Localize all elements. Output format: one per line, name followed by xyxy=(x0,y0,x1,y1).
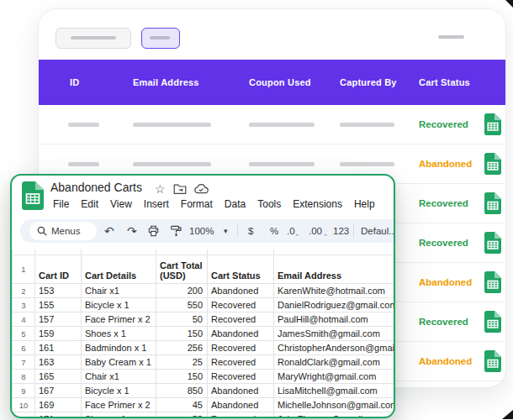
menu-item[interactable]: Insert xyxy=(138,198,175,210)
row-number[interactable]: 3 xyxy=(13,298,35,312)
menus-search[interactable]: Menus xyxy=(29,222,97,240)
cell-cart-status[interactable]: Abandoned xyxy=(208,284,274,298)
menu-item[interactable]: Data xyxy=(219,198,251,210)
number-format-button[interactable]: 123 xyxy=(333,226,349,236)
cell-cart-id[interactable]: 155 xyxy=(35,298,82,312)
google-sheets-icon[interactable] xyxy=(484,192,501,214)
increase-decimal-button[interactable]: .00→ xyxy=(309,226,328,237)
cell-cart-id[interactable]: 153 xyxy=(35,284,82,298)
cell-cart-status[interactable]: Abandoned xyxy=(208,398,274,412)
row-number[interactable]: 9 xyxy=(13,384,35,398)
cell-cart-status[interactable]: Recovered xyxy=(208,370,274,384)
menu-item[interactable]: Format xyxy=(175,198,219,210)
cell-cart-status[interactable]: Abandoned xyxy=(208,327,274,341)
row-number[interactable]: 1 xyxy=(13,255,35,284)
cell-cart-total[interactable]: 50 xyxy=(156,312,208,327)
document-title[interactable]: Abandoned Carts xyxy=(50,181,142,194)
row-number[interactable]: 4 xyxy=(13,312,35,327)
cell-cart-total[interactable]: 150 xyxy=(156,327,208,341)
cell-cart-details[interactable]: Bicycle x 1 xyxy=(82,298,156,312)
cell-cart-details[interactable]: Badmindon x 1 xyxy=(82,341,156,355)
cell-cart-details[interactable]: Baby Cream x 1 xyxy=(82,355,156,370)
cloud-status-icon[interactable] xyxy=(194,183,209,194)
google-sheets-icon[interactable] xyxy=(484,232,501,254)
cell-cart-total[interactable]: 53 xyxy=(156,412,208,419)
cell-cart-status[interactable]: Recovered xyxy=(208,412,274,419)
row-number[interactable]: 6 xyxy=(13,341,35,355)
row-number[interactable]: 5 xyxy=(13,327,35,341)
cell-cart-total[interactable]: 550 xyxy=(156,298,208,312)
google-sheets-icon[interactable] xyxy=(484,350,501,372)
cell-email[interactable]: JamesSmith@gmail.com xyxy=(274,327,396,341)
star-icon[interactable]: ☆ xyxy=(155,183,166,195)
cell-cart-id[interactable]: 161 xyxy=(35,341,82,355)
cell-email[interactable]: RonaldClark@gmail.com xyxy=(274,355,396,370)
cell-cart-total[interactable]: 45 xyxy=(156,398,208,412)
cell-cart-id[interactable]: 171 xyxy=(35,412,82,419)
google-sheets-icon[interactable] xyxy=(484,153,501,175)
cell-email[interactable]: KarenWhite@hotmail.com xyxy=(274,284,396,298)
print-button[interactable] xyxy=(147,225,160,238)
cell-cart-details[interactable]: Bicycle x 1 xyxy=(82,384,156,398)
row-number[interactable]: 8 xyxy=(13,370,35,384)
google-sheets-icon[interactable] xyxy=(484,113,501,135)
cell-cart-details[interactable]: Face Primer x 2 xyxy=(82,312,156,327)
menu-item[interactable]: Extensions xyxy=(287,198,348,210)
grid-header-cart-details[interactable]: Cart Details xyxy=(82,255,156,284)
cell-cart-status[interactable]: Recovered xyxy=(208,298,274,312)
grid-header-email[interactable]: Email Address xyxy=(274,255,396,284)
grid-header-cart-total[interactable]: Cart Total (USD) xyxy=(156,255,208,284)
cell-cart-id[interactable]: 157 xyxy=(35,312,82,327)
cell-cart-id[interactable]: 169 xyxy=(35,398,82,412)
menu-item[interactable]: View xyxy=(104,198,138,210)
cell-cart-status[interactable]: Recovered xyxy=(208,355,274,370)
cell-cart-id[interactable]: 159 xyxy=(35,327,82,341)
cell-cart-status[interactable]: Recovered xyxy=(208,341,274,355)
decrease-decimal-button[interactable]: .0← xyxy=(287,226,301,237)
grid-header-cart-id[interactable]: Cart ID xyxy=(35,255,82,284)
font-select[interactable]: Defaul... xyxy=(361,226,395,236)
google-sheets-icon[interactable] xyxy=(484,311,501,333)
cell-cart-total[interactable]: 150 xyxy=(156,370,208,384)
cell-cart-total[interactable]: 25 xyxy=(156,355,208,370)
menu-item[interactable]: Tools xyxy=(251,198,287,210)
cell-cart-details[interactable]: Shoes x 1 xyxy=(82,412,156,419)
cell-cart-details[interactable]: Chair x1 xyxy=(82,370,156,384)
move-folder-icon[interactable] xyxy=(173,183,187,195)
format-percent-button[interactable]: % xyxy=(270,226,278,236)
row-number[interactable]: 10 xyxy=(13,398,35,412)
google-sheets-icon[interactable] xyxy=(484,271,501,293)
cell-cart-details[interactable]: Face Primer x 2 xyxy=(82,398,156,412)
placeholder-button-primary[interactable] xyxy=(141,28,180,49)
cell-email[interactable]: ChristopherAnderson@gmail.com xyxy=(274,341,396,355)
menu-item[interactable]: File xyxy=(47,198,75,210)
grid-header-cart-status[interactable]: Cart Status xyxy=(208,255,274,284)
row-number[interactable]: 7 xyxy=(13,355,35,370)
cell-cart-total[interactable]: 850 xyxy=(156,384,208,398)
paint-format-button[interactable] xyxy=(170,225,182,238)
row-number[interactable]: 2 xyxy=(13,284,35,298)
cell-cart-id[interactable]: 167 xyxy=(35,384,82,398)
menu-item[interactable]: Edit xyxy=(75,198,104,210)
menu-item[interactable]: Help xyxy=(348,198,381,210)
cell-cart-status[interactable]: Abandoned xyxy=(208,384,274,398)
chevron-down-icon[interactable]: ▾ xyxy=(224,227,228,235)
placeholder-button-secondary[interactable] xyxy=(56,28,131,49)
cell-email[interactable]: PaulHill@hotmail.com xyxy=(274,312,396,327)
cell-email[interactable]: MichelleJohnson@gmail.com xyxy=(274,398,396,412)
cell-cart-total[interactable]: 256 xyxy=(156,341,208,355)
cell-cart-total[interactable]: 200 xyxy=(156,284,208,298)
cell-cart-details[interactable]: Chair x1 xyxy=(82,284,156,298)
undo-button[interactable]: ↶ xyxy=(104,224,114,238)
cell-email[interactable]: MaryWright@gmail.com xyxy=(274,370,396,384)
cell-cart-details[interactable]: Shoes x 1 xyxy=(82,327,156,341)
cell-cart-id[interactable]: 165 xyxy=(35,370,82,384)
row-number[interactable]: 11 xyxy=(13,412,35,419)
redo-button[interactable]: ↷ xyxy=(127,224,137,238)
format-currency-button[interactable]: $ xyxy=(248,226,253,236)
cell-email[interactable]: DanielRodriguez@gmail.com xyxy=(274,298,396,312)
cell-cart-status[interactable]: Recovered xyxy=(208,312,274,327)
zoom-control[interactable]: 100% xyxy=(189,226,214,236)
cell-cart-id[interactable]: 163 xyxy=(35,355,82,370)
cell-email[interactable]: JohnThomas@gmail.com xyxy=(274,412,396,419)
